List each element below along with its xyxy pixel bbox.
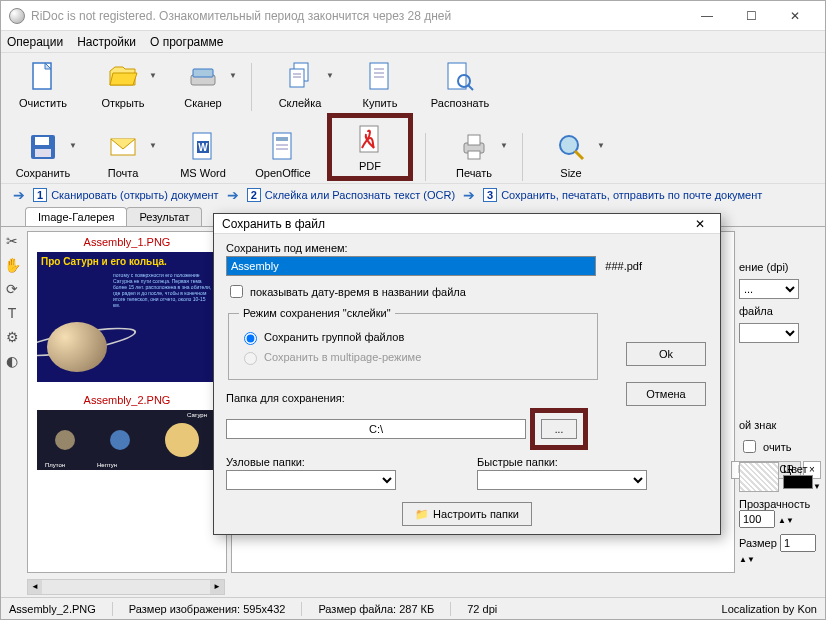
thumb-1-label: Assembly_1.PNG — [28, 232, 226, 252]
arrow-icon: ➔ — [227, 187, 239, 203]
tb-size[interactable]: ▼ Size — [535, 127, 607, 181]
image-gallery[interactable]: Assembly_1.PNG Про Сатурн и его кольца. … — [27, 231, 227, 573]
titlebar: RiDoc is not registered. Ознакомительный… — [1, 1, 825, 31]
save-dialog: Сохранить в файл ✕ Сохранить под именем:… — [213, 213, 721, 535]
svg-line-30 — [575, 151, 583, 159]
tb-print[interactable]: ▼ Печать — [438, 127, 510, 181]
svg-rect-7 — [370, 63, 388, 89]
menu-settings[interactable]: Настройки — [77, 35, 136, 49]
svg-rect-16 — [35, 149, 51, 157]
statusbar: Assembly_2.PNG Размер изображения: 595x4… — [1, 597, 825, 619]
ok-button[interactable]: Ok — [626, 342, 706, 366]
filename-suffix: ###.pdf — [605, 260, 642, 272]
save-mode-group: Режим сохранения "склейки" Сохранить гру… — [228, 307, 598, 380]
crop-icon[interactable]: ✂ — [4, 233, 20, 249]
fast-select[interactable] — [477, 470, 647, 490]
side-toolbar: ✂ ✋ ⟳ T ⚙ ◐ — [1, 227, 23, 577]
thumb-2-label: Assembly_2.PNG — [28, 390, 226, 410]
status-loc: Localization by Kon — [722, 603, 817, 615]
hand-icon[interactable]: ✋ — [4, 257, 20, 273]
color-swatch[interactable] — [783, 475, 813, 489]
save-as-label: Сохранить под именем: — [226, 242, 708, 254]
toolbar: Очистить ▼ Открыть ▼ Сканер ▼ Склейка Ку… — [1, 53, 825, 183]
pages-stack-icon — [282, 59, 318, 95]
thumb-1[interactable]: Про Сатурн и его кольца. потому с поверх… — [37, 252, 217, 382]
svg-rect-28 — [468, 151, 480, 159]
svg-text:W: W — [198, 142, 208, 153]
nodes-select[interactable] — [226, 470, 396, 490]
svg-rect-15 — [35, 137, 49, 145]
svg-line-13 — [468, 85, 473, 90]
svg-rect-4 — [290, 69, 304, 87]
app-logo-icon — [9, 8, 25, 24]
magnify-page-icon — [442, 59, 478, 95]
step-3[interactable]: Сохранить, печатать, отправить по почте … — [501, 189, 762, 201]
status-imgsize: Размер изображения: 595x432 — [129, 603, 286, 615]
show-date-checkbox[interactable] — [230, 285, 243, 298]
tb-buy[interactable]: Купить — [344, 57, 416, 111]
tab-gallery[interactable]: Image-Галерея — [25, 207, 127, 226]
folder-open-icon — [105, 59, 141, 95]
mode-multipage-radio — [244, 352, 257, 365]
page-blank-icon — [25, 59, 61, 95]
step-1[interactable]: Сканировать (открыть) документ — [51, 189, 219, 201]
openoffice-icon — [265, 129, 301, 165]
svg-rect-27 — [468, 135, 480, 145]
filetype-select[interactable] — [739, 323, 799, 343]
gear-icon[interactable]: ⚙ — [4, 329, 20, 345]
step-2[interactable]: Склейка или Распознать текст (OCR) — [265, 189, 455, 201]
tb-glue[interactable]: ▼ Склейка — [264, 57, 336, 111]
gallery-scrollbar[interactable]: ◄► — [27, 579, 225, 595]
menu-about[interactable]: О программе — [150, 35, 223, 49]
dpi-select[interactable]: ... — [739, 279, 799, 299]
status-filesize: Размер файла: 287 КБ — [318, 603, 434, 615]
opacity-input[interactable] — [739, 510, 775, 528]
magnifier-icon — [553, 129, 589, 165]
text-icon[interactable]: T — [4, 305, 20, 321]
svg-rect-22 — [276, 137, 288, 141]
browse-highlight: ... — [530, 408, 588, 450]
contrast-icon[interactable]: ◐ — [4, 353, 20, 369]
svg-rect-2 — [193, 69, 213, 77]
page-lines-icon — [362, 59, 398, 95]
browse-button[interactable]: ... — [541, 419, 577, 439]
arrow-icon: ➔ — [13, 187, 25, 203]
thumb-2[interactable]: Плутон Нептун Сатурн — [37, 410, 217, 470]
tb-word[interactable]: W MS Word — [167, 127, 239, 181]
dialog-title: Сохранить в файл — [222, 217, 688, 231]
tb-pdf[interactable]: PDF — [334, 120, 406, 174]
scanner-icon — [185, 59, 221, 95]
minimize-button[interactable]: ― — [685, 1, 729, 31]
tb-open[interactable]: ▼ Открыть — [87, 57, 159, 111]
tb-openoffice[interactable]: OpenOffice — [247, 127, 319, 181]
arrow-icon: ➔ — [463, 187, 475, 203]
tab-result[interactable]: Результат — [126, 207, 202, 226]
folder-gear-icon: 📁 — [415, 508, 429, 521]
close-button[interactable]: ✕ — [773, 1, 817, 31]
printer-icon — [456, 129, 492, 165]
tb-mail[interactable]: ▼ Почта — [87, 127, 159, 181]
tb-ocr[interactable]: Распознать — [424, 57, 496, 111]
maximize-button[interactable]: ☐ — [729, 1, 773, 31]
cancel-button[interactable]: Отмена — [626, 382, 706, 406]
wm-enable[interactable] — [743, 440, 756, 453]
tb-save[interactable]: ▼ Сохранить — [7, 127, 79, 181]
svg-rect-21 — [273, 133, 291, 159]
dialog-close-button[interactable]: ✕ — [688, 217, 712, 231]
right-panel: ение (dpi) ... файла ой знак очить Цвет▼… — [735, 257, 825, 574]
mode-group-radio[interactable] — [244, 332, 257, 345]
filename-input[interactable] — [226, 256, 596, 276]
rotate-icon[interactable]: ⟳ — [4, 281, 20, 297]
pdf-highlight: PDF — [327, 113, 413, 181]
step-bar: ➔ 1 Сканировать (открыть) документ ➔ 2 С… — [1, 183, 825, 205]
wm-pattern[interactable] — [739, 462, 779, 492]
configure-folders-button[interactable]: 📁 Настроить папки — [402, 502, 532, 526]
floppy-icon — [25, 129, 61, 165]
folder-input[interactable] — [226, 419, 526, 439]
tb-scanner[interactable]: ▼ Сканер — [167, 57, 239, 111]
tb-clear[interactable]: Очистить — [7, 57, 79, 111]
size-input[interactable] — [780, 534, 816, 552]
mail-icon — [105, 129, 141, 165]
menu-operations[interactable]: Операции — [7, 35, 63, 49]
status-dpi: 72 dpi — [467, 603, 497, 615]
